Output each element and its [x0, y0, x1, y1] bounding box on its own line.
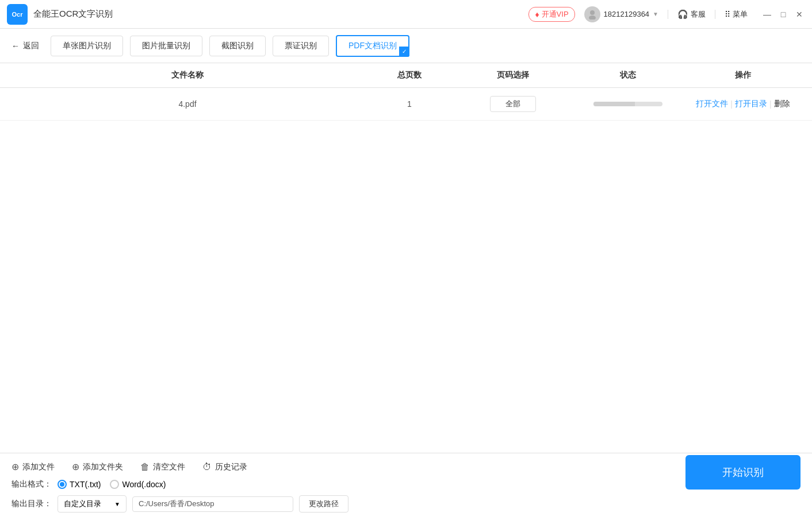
change-path-button[interactable]: 更改路径	[299, 495, 348, 513]
title-bar: Ocr 全能王OCR文字识别 ♦ 开通VIP 18212129364 ▼ �	[0, 0, 812, 29]
txt-radio-inner	[60, 482, 64, 487]
add-file-button[interactable]: ⊕ 添加文件	[12, 461, 55, 472]
clock-icon: ⏱	[202, 462, 212, 472]
col-filename: 文件名称	[12, 70, 363, 80]
tab-pdf[interactable]: PDF文档识别 ✓	[336, 35, 409, 57]
format-txt-option[interactable]: TXT(.txt)	[58, 480, 101, 489]
status-bar-fill	[593, 102, 635, 106]
user-area: 18212129364 ▼	[584, 6, 658, 22]
tab-single-image[interactable]: 单张图片识别	[51, 36, 123, 56]
avatar-icon	[587, 9, 597, 20]
headphone-icon: 🎧	[677, 9, 688, 20]
action-sep2: |	[769, 99, 772, 109]
delete-link[interactable]: 删除	[774, 99, 790, 109]
user-avatar	[584, 6, 600, 22]
col-actions: 操作	[685, 70, 800, 80]
table-row: 4.pdf 1 全部 打开文件 | 打开目录 | 删除	[0, 88, 812, 121]
tab-batch-image[interactable]: 图片批量识别	[130, 36, 202, 56]
add-folder-button[interactable]: ⊕ 添加文件夹	[72, 461, 123, 472]
active-check-icon: ✓	[399, 47, 409, 57]
grid-icon: ⠿	[725, 10, 730, 19]
bottom-actions-row: ⊕ 添加文件 ⊕ 添加文件夹 🗑 清空文件 ⏱ 历史记录	[12, 461, 800, 472]
back-button[interactable]: ← 返回	[12, 41, 39, 51]
title-bar-right: ♦ 开通VIP 18212129364 ▼ 🎧 客服 ⠿	[528, 6, 805, 22]
output-format-label: 输出格式：	[12, 479, 52, 490]
table-header: 文件名称 总页数 页码选择 状态 操作	[0, 63, 812, 88]
app-title: 全能王OCR文字识别	[33, 9, 528, 20]
output-dir-label: 输出目录：	[12, 499, 52, 509]
status-cell	[570, 102, 685, 106]
trash-icon: 🗑	[140, 462, 150, 472]
table-body: 4.pdf 1 全部 打开文件 | 打开目录 | 删除	[0, 88, 812, 453]
page-select-button[interactable]: 全部	[490, 96, 536, 112]
col-total-pages: 总页数	[363, 70, 455, 80]
format-options: TXT(.txt) Word(.docx)	[58, 480, 166, 489]
menu-button[interactable]: ⠿ 菜单	[725, 9, 748, 20]
open-file-link[interactable]: 打开文件	[696, 99, 728, 109]
back-arrow-icon: ←	[12, 41, 20, 51]
output-dir-row: 输出目录： 自定义目录 ▼ 更改路径	[12, 495, 800, 513]
file-name-cell: 4.pdf	[12, 99, 363, 109]
output-format-row: 输出格式： TXT(.txt) Word(.docx)	[12, 479, 800, 490]
format-word-option[interactable]: Word(.docx)	[110, 480, 166, 489]
separator2	[715, 10, 715, 19]
svg-point-0	[590, 10, 595, 15]
status-bar	[593, 102, 662, 106]
app-logo: Ocr	[7, 4, 28, 25]
action-sep1: |	[730, 99, 733, 109]
nav-toolbar: ← 返回 单张图片识别 图片批量识别 截图识别 票证识别 PDF文档识别 ✓	[0, 29, 812, 63]
tab-ticket[interactable]: 票证识别	[273, 36, 329, 56]
dir-type-select[interactable]: 自定义目录 ▼	[58, 495, 127, 513]
user-id: 18212129364	[604, 10, 650, 18]
total-pages-cell: 1	[363, 99, 455, 109]
open-dir-link[interactable]: 打开目录	[735, 99, 767, 109]
col-status: 状态	[570, 70, 685, 80]
window-controls: — □ ✕	[761, 9, 805, 20]
page-select-cell: 全部	[455, 96, 570, 112]
service-button[interactable]: 🎧 客服	[677, 9, 706, 20]
close-button[interactable]: ✕	[794, 9, 805, 20]
dropdown-arrow-icon: ▼	[114, 501, 120, 507]
start-recognition-button[interactable]: 开始识别	[685, 455, 800, 490]
history-button[interactable]: ⏱ 历史记录	[202, 462, 247, 472]
word-radio[interactable]	[110, 480, 119, 489]
col-page-select: 页码选择	[455, 70, 570, 80]
user-dropdown-arrow[interactable]: ▼	[653, 11, 658, 17]
add-file-icon: ⊕	[12, 461, 19, 472]
start-btn-container: 开始识别	[685, 455, 800, 490]
vip-button[interactable]: ♦ 开通VIP	[528, 7, 574, 22]
svg-point-1	[589, 16, 596, 20]
actions-cell: 打开文件 | 打开目录 | 删除	[685, 99, 800, 109]
vip-icon: ♦	[535, 10, 539, 19]
tab-screenshot[interactable]: 截图识别	[209, 36, 266, 56]
separator	[668, 10, 668, 19]
txt-radio[interactable]	[58, 480, 67, 489]
clear-files-button[interactable]: 🗑 清空文件	[140, 462, 185, 472]
dir-path-input[interactable]	[132, 496, 293, 512]
maximize-button[interactable]: □	[777, 9, 789, 20]
add-folder-icon: ⊕	[72, 461, 79, 472]
minimize-button[interactable]: —	[761, 9, 773, 20]
